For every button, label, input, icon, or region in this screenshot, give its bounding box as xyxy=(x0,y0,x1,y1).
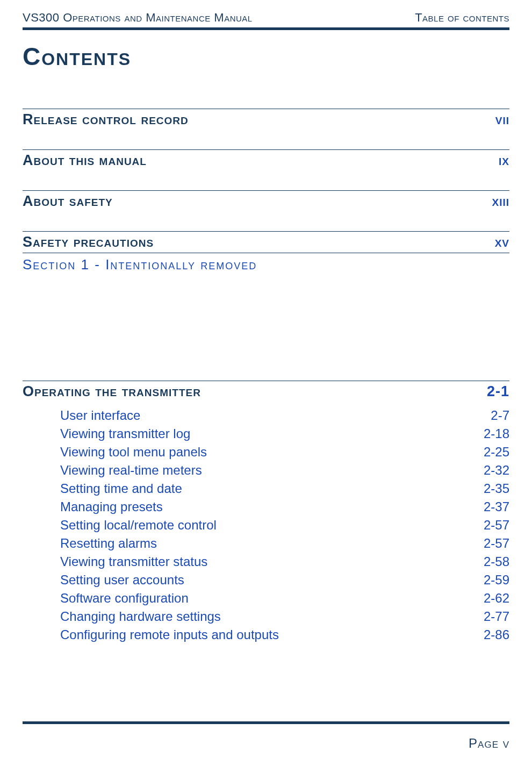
toc-sublist: User interface 2-7 Viewing transmitter l… xyxy=(23,406,509,644)
footer-rule xyxy=(23,721,509,724)
toc-sub-page: 2-57 xyxy=(484,518,509,533)
toc-label: About safety xyxy=(23,193,113,210)
toc-page: xiii xyxy=(492,193,509,210)
toc-sub-page: 2-37 xyxy=(484,499,509,514)
toc-sub-page: 2-86 xyxy=(484,627,509,642)
toc-subentry-setting-user-accounts[interactable]: Setting user accounts 2-59 xyxy=(60,571,509,589)
toc-subentry-viewing-transmitter-status[interactable]: Viewing transmitter status 2-58 xyxy=(60,553,509,571)
page-number: Page v xyxy=(469,736,509,751)
toc-sub-label: Resetting alarms xyxy=(60,536,157,551)
toc-sub-label: Setting time and date xyxy=(60,481,182,496)
toc-sub-label: Viewing tool menu panels xyxy=(60,445,207,460)
toc-sub-page: 2-32 xyxy=(484,463,509,478)
toc-page: 2-1 xyxy=(487,383,509,400)
toc-subentry-managing-presets[interactable]: Managing presets 2-37 xyxy=(60,498,509,516)
toc-page: ix xyxy=(499,152,509,169)
contents-title: Contents xyxy=(23,42,509,71)
toc-label: Release control record xyxy=(23,111,189,128)
toc-subentry-viewing-tool-menu-panels[interactable]: Viewing tool menu panels 2-25 xyxy=(60,443,509,461)
toc-subentry-setting-time-and-date[interactable]: Setting time and date 2-35 xyxy=(60,479,509,498)
toc-subentry-resetting-alarms[interactable]: Resetting alarms 2-57 xyxy=(60,534,509,553)
page: VS300 Operations and Maintenance Manual … xyxy=(0,0,532,644)
toc-label: Operating the transmitter xyxy=(23,383,201,400)
toc-label: Safety precautions xyxy=(23,234,154,250)
spacer xyxy=(23,273,509,381)
page-header: VS300 Operations and Maintenance Manual … xyxy=(23,11,509,27)
toc-sub-page: 2-77 xyxy=(484,609,509,624)
toc-sub-label: Setting local/remote control xyxy=(60,518,217,533)
header-right: Table of contents xyxy=(415,11,509,25)
toc-entry-about-this-manual[interactable]: About this manual ix xyxy=(23,149,509,171)
toc-label: About this manual xyxy=(23,152,147,169)
toc-sub-label: Changing hardware settings xyxy=(60,609,221,624)
toc-subentry-software-configuration[interactable]: Software configuration 2-62 xyxy=(60,589,509,607)
toc-subentry-changing-hardware-settings[interactable]: Changing hardware settings 2-77 xyxy=(60,607,509,626)
toc-sub-label: Setting user accounts xyxy=(60,572,184,588)
toc-entry-operating-the-transmitter[interactable]: Operating the transmitter 2-1 xyxy=(23,381,509,402)
toc-sub-page: 2-59 xyxy=(484,572,509,588)
toc-sub-label: Software configuration xyxy=(60,591,189,606)
toc-sub-label: Viewing transmitter log xyxy=(60,426,190,441)
toc-subentry-viewing-real-time-meters[interactable]: Viewing real-time meters 2-32 xyxy=(60,461,509,479)
toc-subentry-setting-local-remote-control[interactable]: Setting local/remote control 2-57 xyxy=(60,516,509,534)
toc-sub-label: Managing presets xyxy=(60,499,163,514)
toc-entry-safety-precautions[interactable]: Safety precautions xv xyxy=(23,231,509,253)
toc-sub-page: 2-35 xyxy=(484,481,509,496)
toc-sub-page: 2-7 xyxy=(491,408,509,423)
toc-sub-page: 2-25 xyxy=(484,445,509,460)
toc-subentry-user-interface[interactable]: User interface 2-7 xyxy=(60,406,509,425)
toc-page: vii xyxy=(495,111,509,128)
toc-subentry-configuring-remote-inputs-and-outputs[interactable]: Configuring remote inputs and outputs 2-… xyxy=(60,626,509,644)
section-1-removed: Section 1 - Intentionally removed xyxy=(23,253,509,273)
toc-sub-label: User interface xyxy=(60,408,140,423)
toc-sub-label: Configuring remote inputs and outputs xyxy=(60,627,279,642)
toc-sub-page: 2-18 xyxy=(484,426,509,441)
toc-sub-label: Viewing real-time meters xyxy=(60,463,202,478)
toc-sub-page: 2-62 xyxy=(484,591,509,606)
toc-subentry-viewing-transmitter-log[interactable]: Viewing transmitter log 2-18 xyxy=(60,425,509,443)
header-rule xyxy=(23,27,509,30)
toc-entry-release-control-record[interactable]: Release control record vii xyxy=(23,109,509,130)
toc-page: xv xyxy=(495,234,509,250)
toc-sub-page: 2-57 xyxy=(484,536,509,551)
toc-sub-label: Viewing transmitter status xyxy=(60,554,207,569)
toc-sub-page: 2-58 xyxy=(484,554,509,569)
header-left: VS300 Operations and Maintenance Manual xyxy=(23,11,253,25)
toc-entry-about-safety[interactable]: About safety xiii xyxy=(23,190,509,212)
